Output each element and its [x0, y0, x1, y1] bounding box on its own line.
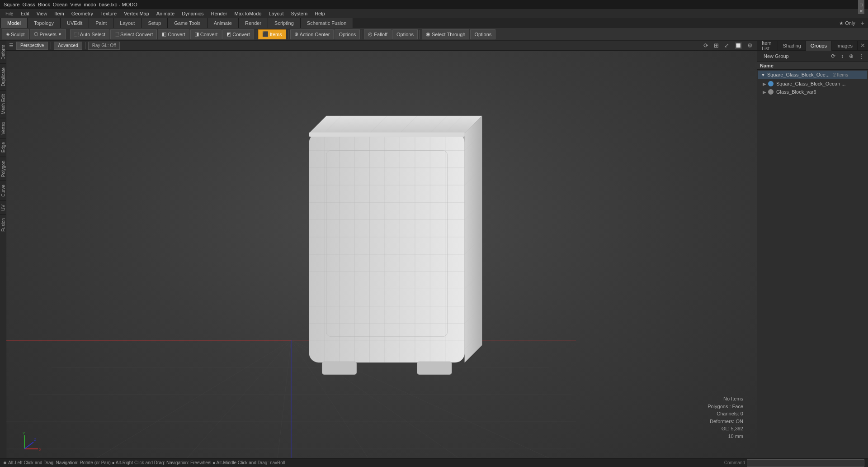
menu-maxtomodo[interactable]: MaxToModo [231, 10, 265, 17]
sidebar-tab-curve[interactable]: Curve [0, 181, 6, 200]
tab-paint[interactable]: Paint [89, 18, 113, 28]
tab-setup[interactable]: Setup [142, 18, 168, 28]
tab-topology[interactable]: Topology [28, 18, 61, 28]
action-center-button[interactable]: ⊕ Action Center [290, 29, 334, 39]
viewport-icon-4[interactable]: 🔲 [733, 42, 743, 49]
scene-item-2-label: Glass_Block_var6 [776, 89, 816, 95]
tab-animate[interactable]: Animate [208, 18, 239, 28]
menu-file[interactable]: File [2, 10, 17, 17]
close-button[interactable]: ✕ [858, 8, 864, 14]
status-hint-text: Alt-Left Click and Drag: Navigation: Rot… [8, 460, 722, 465]
sidebar-tab-deform[interactable]: Deform [0, 41, 6, 63]
viewport-icon-1[interactable]: ⟳ [702, 42, 710, 49]
scene-item-1-vis-icon[interactable] [768, 81, 774, 86]
viewport-canvas[interactable]: X Y Z No Items Polygons : Face Channels:… [6, 51, 757, 458]
scene-item-2-vis-icon[interactable] [768, 89, 774, 95]
tab-render[interactable]: Render [239, 18, 268, 28]
auto-select-button[interactable]: ⬚ Auto Select [70, 29, 109, 39]
command-label: Command [724, 460, 745, 465]
menu-item[interactable]: Item [51, 10, 67, 17]
convert1-button[interactable]: ◧ Convert [158, 29, 189, 39]
rp-icon-2[interactable]: ↕ [839, 52, 845, 60]
select-convert-button[interactable]: ⬚ Select Convert [110, 29, 157, 39]
presets-button[interactable]: ⬡ Presets ▼ [30, 29, 66, 39]
svg-marker-44 [465, 116, 482, 362]
menu-render[interactable]: Render [207, 10, 231, 17]
star-filter[interactable]: ★ Only [836, 20, 858, 26]
right-panel-content: ▼ Square_Glass_Block_Oce... 2 Items ▶ Sq… [757, 70, 868, 458]
menu-dynamics[interactable]: Dynamics [178, 10, 207, 17]
menu-help[interactable]: Help [311, 10, 329, 17]
auto-select-icon: ⬚ [74, 31, 79, 37]
convert2-button[interactable]: ◨ Convert [190, 29, 222, 39]
falloff-button[interactable]: ◎ Falloff [364, 29, 392, 39]
menu-edit[interactable]: Edit [17, 10, 33, 17]
rp-tab-item-list[interactable]: Item List [757, 41, 778, 51]
sidebar-tab-vertex[interactable]: Vertex [0, 118, 6, 138]
sidebar-tab-uv[interactable]: UV [0, 200, 6, 214]
maximize-button[interactable]: □ [858, 1, 864, 8]
convert3-button[interactable]: ◩ Convert [222, 29, 254, 39]
scene-item-1-label: Square_Glass_Block_Ocean ... [776, 81, 845, 86]
no-items-label: No Items [708, 395, 743, 403]
scene-item-2[interactable]: ▶ Glass_Block_var6 [757, 88, 868, 96]
viewport-icon-5[interactable]: ⚙ [746, 42, 754, 49]
toolbar: ◈ Sculpt ⬡ Presets ▼ ⬚ Auto Select ⬚ Sel… [0, 28, 868, 41]
svg-text:X: X [39, 448, 42, 452]
rp-tab-shading[interactable]: Shading [778, 41, 806, 51]
rp-close-button[interactable]: ✕ [858, 42, 868, 49]
svg-line-2 [187, 340, 291, 458]
status-dot-1 [4, 462, 6, 464]
sidebar-tab-polygon[interactable]: Polygon [0, 157, 6, 181]
sidebar-tab-duplicate[interactable]: Duplicate [0, 63, 6, 90]
rp-tab-groups[interactable]: Groups [806, 41, 832, 51]
svg-text:Y: Y [23, 431, 25, 435]
menu-geometry[interactable]: Geometry [68, 10, 97, 17]
menu-texture[interactable]: Texture [97, 10, 120, 17]
rp-icon-1[interactable]: ⟳ [829, 52, 837, 60]
ray-gl-button[interactable]: Ray GL: Off [88, 42, 120, 50]
sidebar-tab-edge[interactable]: Edge [0, 138, 6, 156]
rp-tab-images[interactable]: Images [832, 41, 858, 51]
tab-layout[interactable]: Layout [113, 18, 142, 28]
menu-animate[interactable]: Animate [153, 10, 178, 17]
right-panel-tabs: Item List Shading Groups Images ✕ [757, 41, 868, 51]
svg-line-48 [465, 237, 482, 254]
menu-layout[interactable]: Layout [265, 10, 287, 17]
options1-button[interactable]: Options [335, 29, 360, 39]
tab-uvedit[interactable]: UVEdit [61, 18, 89, 28]
menu-view[interactable]: View [33, 10, 51, 17]
sidebar-tab-fusion[interactable]: Fusion [0, 214, 6, 235]
options2-button[interactable]: Options [392, 29, 418, 39]
sidebar-tab-mesh-edit[interactable]: Mesh Edit [0, 90, 6, 118]
sculpt-button[interactable]: ◈ Sculpt [2, 29, 29, 39]
svg-line-58 [24, 442, 33, 449]
add-tab-button[interactable]: + [858, 19, 867, 28]
scene-item-1[interactable]: ▶ Square_Glass_Block_Ocean ... [757, 80, 868, 88]
advanced-button[interactable]: Advanced [54, 42, 82, 50]
perspective-button[interactable]: Perspective [16, 42, 48, 50]
options3-button[interactable]: Options [470, 29, 495, 39]
svg-line-46 [465, 168, 482, 185]
svg-line-38 [324, 116, 341, 133]
viewport-area: ☰ Perspective Advanced Ray GL: Off ⟳ ⊞ ⤢… [6, 41, 757, 458]
rp-icon-4[interactable]: ⋮ [857, 52, 866, 60]
viewport-menu-icon[interactable]: ☰ [9, 43, 14, 48]
tab-scripting[interactable]: Scripting [268, 18, 301, 28]
tab-model[interactable]: Model [1, 18, 28, 28]
items-button[interactable]: ⬛ Items [258, 29, 286, 39]
3d-object [291, 107, 517, 401]
tab-game-tools[interactable]: Game Tools [168, 18, 208, 28]
command-input[interactable] [747, 459, 864, 467]
tab-schematic-fusion[interactable]: Schematic Fusion [301, 18, 353, 28]
new-group-button[interactable]: New Group [759, 52, 793, 60]
viewport-icon-3[interactable]: ⤢ [723, 42, 731, 49]
menu-system[interactable]: System [287, 10, 311, 17]
select-through-button[interactable]: ◉ Select Through [422, 29, 469, 39]
command-area: Command [724, 459, 864, 467]
group-name: Square_Glass_Block_Oce... [767, 72, 830, 77]
menu-vertex-map[interactable]: Vertex Map [120, 10, 153, 17]
rp-icon-3[interactable]: ⊕ [847, 52, 855, 60]
viewport-icon-2[interactable]: ⊞ [712, 42, 720, 49]
group-item[interactable]: ▼ Square_Glass_Block_Oce... 2 Items [758, 71, 867, 79]
